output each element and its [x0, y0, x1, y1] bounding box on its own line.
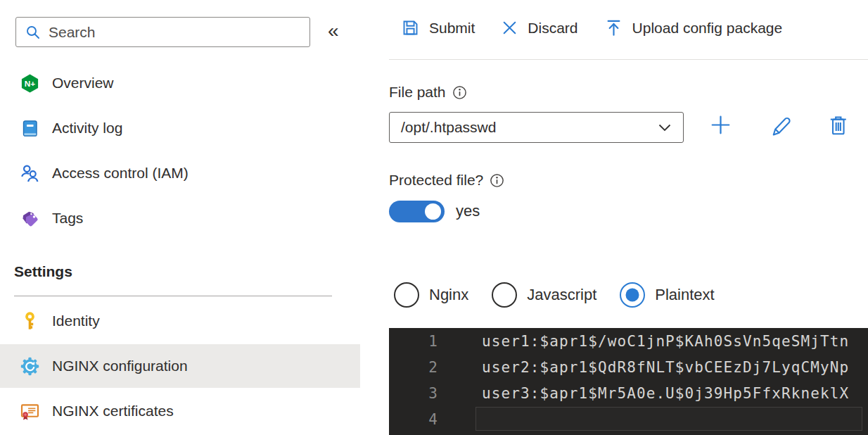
collapse-sidebar-icon[interactable]: « — [328, 20, 339, 42]
settings-section-header: Settings — [14, 263, 72, 280]
file-path-value: /opt/.htpasswd — [401, 119, 496, 136]
code-line-current[interactable]: 4 — [389, 406, 868, 432]
radio-nginx[interactable]: Nginx — [394, 282, 468, 308]
syntax-radio-group: Nginx Javascript Plaintext — [394, 282, 715, 308]
line-number: 3 — [389, 385, 438, 402]
line-text: user2:$apr1$QdR8fNLT$vbCEEzDj7LyqCMyNp — [482, 359, 849, 376]
nginx-logo-icon: N+ — [20, 73, 40, 94]
sidebar-item-activity-log[interactable]: Activity log — [0, 106, 360, 150]
delete-file-button[interactable] — [825, 113, 849, 137]
sidebar-item-label: Overview — [52, 75, 114, 92]
sidebar-item-overview[interactable]: N+ Overview — [0, 61, 360, 105]
radio-plaintext[interactable]: Plaintext — [620, 282, 714, 308]
people-icon — [20, 163, 40, 184]
radio-label: Javascript — [527, 286, 596, 304]
certificate-icon — [20, 401, 40, 422]
line-number: 2 — [389, 359, 438, 376]
sidebar-item-label: Tags — [52, 210, 83, 227]
code-editor[interactable]: 1 user1:$apr1$/woC1jnP$KAh0SsVn5qeSMjTtn… — [389, 328, 868, 435]
main-content: Submit Discard Upload config package Fil… — [389, 0, 868, 435]
settings-divider — [14, 296, 332, 296]
sidebar-item-nginx-configuration[interactable]: NGINX configuration — [0, 344, 360, 388]
code-line[interactable]: 1 user1:$apr1$/woC1jnP$KAh0SsVn5qeSMjTtn — [389, 328, 868, 354]
sidebar-item-label: Access control (IAM) — [52, 165, 189, 182]
upload-icon — [604, 18, 623, 37]
toggle-knob — [425, 203, 441, 220]
protected-file-label-row: Protected file? — [389, 172, 504, 189]
file-path-label: File path — [389, 84, 446, 101]
sidebar-item-tags[interactable]: Tags — [0, 196, 360, 240]
save-icon — [401, 18, 420, 37]
discard-label: Discard — [528, 20, 577, 37]
add-file-button[interactable] — [708, 113, 732, 137]
sidebar-item-label: NGINX configuration — [52, 358, 188, 374]
sidebar-item-label: Identity — [52, 313, 100, 329]
line-text: user1:$apr1$/woC1jnP$KAh0SsVn5qeSMjTtn — [482, 333, 849, 350]
line-text: user3:$apr1$Mr5A0e.U$0j39Hp5FfxRkneklX — [482, 385, 849, 402]
gear-icon — [20, 356, 40, 377]
protected-file-toggle[interactable] — [389, 201, 445, 222]
upload-config-package-button[interactable]: Upload config package — [604, 18, 783, 37]
tag-icon — [20, 208, 40, 229]
submit-button[interactable]: Submit — [401, 18, 475, 37]
radio-circle — [492, 282, 517, 308]
book-icon — [20, 118, 40, 139]
sidebar-item-access-control[interactable]: Access control (IAM) — [0, 151, 360, 195]
discard-button[interactable]: Discard — [501, 19, 577, 37]
line-number: 4 — [389, 411, 438, 428]
upload-label: Upload config package — [632, 20, 783, 37]
toolbar-divider — [389, 59, 868, 60]
sidebar: « N+ Overview Activity log Access contro… — [0, 0, 360, 435]
sidebar-item-nginx-certificates[interactable]: NGINX certificates — [0, 389, 360, 433]
protected-file-label: Protected file? — [389, 172, 483, 189]
search-input[interactable] — [49, 24, 281, 41]
radio-label: Nginx — [429, 286, 468, 304]
sidebar-item-label: Activity log — [52, 120, 122, 137]
command-bar: Submit Discard Upload config package — [401, 18, 782, 37]
line-number: 1 — [389, 333, 438, 350]
submit-label: Submit — [429, 20, 475, 37]
sidebar-item-label: NGINX certificates — [52, 403, 174, 420]
radio-circle — [394, 282, 419, 308]
info-icon[interactable] — [452, 85, 467, 100]
code-line[interactable]: 2 user2:$apr1$QdR8fNLT$vbCEEzDj7LyqCMyNp — [389, 354, 868, 380]
search-icon — [25, 24, 42, 41]
radio-circle — [620, 282, 645, 308]
file-path-label-row: File path — [389, 84, 467, 101]
code-line[interactable]: 3 user3:$apr1$Mr5A0e.U$0j39Hp5FfxRkneklX — [389, 380, 868, 406]
toggle-state-label: yes — [456, 202, 480, 220]
key-icon — [20, 311, 40, 332]
radio-javascript[interactable]: Javascript — [492, 282, 596, 308]
search-box[interactable] — [15, 17, 310, 47]
dismiss-icon — [501, 19, 518, 37]
current-line-highlight — [476, 407, 862, 431]
chevron-down-icon — [656, 119, 673, 136]
info-icon[interactable] — [490, 173, 504, 188]
sidebar-item-identity[interactable]: Identity — [0, 299, 360, 343]
svg-text:N+: N+ — [25, 78, 36, 88]
file-path-combobox[interactable]: /opt/.htpasswd — [389, 112, 684, 143]
radio-label: Plaintext — [655, 286, 714, 304]
edit-file-button[interactable] — [767, 113, 791, 137]
